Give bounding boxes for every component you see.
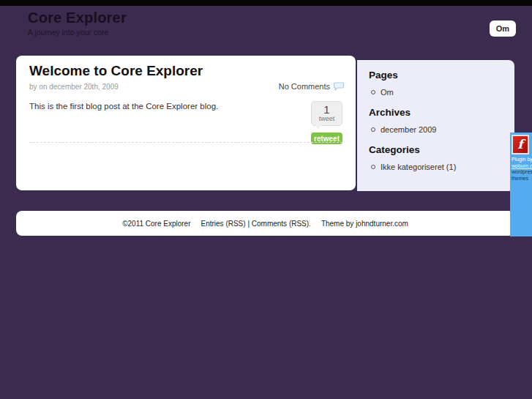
no-comments-link[interactable]: No Comments xyxy=(279,82,344,91)
tweet-count-box: 1 tweet xyxy=(311,101,342,126)
themes-link[interactable]: themes xyxy=(512,176,532,182)
footer-copyright: ©2011 Core Explorer xyxy=(122,220,190,228)
page-root: { "header": { "site_title": "Core Explor… xyxy=(0,0,532,399)
sidebar-heading-archives: Archives xyxy=(369,107,503,118)
tweet-count-label: tweet xyxy=(312,115,342,122)
site-tagline: A journey into your core xyxy=(28,28,108,37)
comment-bubble-icon xyxy=(334,82,344,91)
footer-separator: | xyxy=(246,220,252,228)
wpburn-link[interactable]: wpburn.com xyxy=(512,163,532,170)
top-black-bar xyxy=(0,0,532,6)
sidebar-item-december-2009[interactable]: december 2009 xyxy=(369,124,503,135)
tweet-count: 1 xyxy=(312,104,342,115)
sidebar-heading-pages: Pages xyxy=(369,70,503,81)
sidebar-item-uncategorized[interactable]: Ikke kategoriseret (1) xyxy=(369,162,503,172)
footer-comments-rss-link[interactable]: Comments (RSS). xyxy=(252,220,311,228)
wordpress-link[interactable]: wordpress xyxy=(512,169,532,176)
footer-theme-credit: Theme by xyxy=(321,220,356,228)
tweet-widget: 1 tweet retweet xyxy=(311,101,342,144)
nav-om-button[interactable]: Om xyxy=(490,20,516,37)
site-title[interactable]: Core Explorer xyxy=(28,10,127,26)
post-byline: by on december 20th, 2009 xyxy=(29,83,119,91)
sidebar-item-om[interactable]: Om xyxy=(369,87,503,97)
plugin-credit-text: Plugin by wpburn.com wordpress themes xyxy=(512,157,532,182)
sidebar-list-pages: Om xyxy=(369,87,503,97)
post-title[interactable]: Welcome to Core Explorer xyxy=(29,63,203,79)
wpburn-plugin-widget: f Plugin by wpburn.com wordpress themes xyxy=(510,133,532,236)
sidebar-list-archives: december 2009 xyxy=(369,124,503,135)
footer-entries-rss-link[interactable]: Entries (RSS) xyxy=(201,220,245,228)
plugin-by-label: Plugin by xyxy=(512,157,532,163)
post-body-text: This is the first blog post at the Core … xyxy=(29,101,271,112)
footer-theme-link[interactable]: johndturner.com xyxy=(356,220,408,228)
sidebar-heading-categories: Categories xyxy=(369,144,503,155)
flash-plugin-icon[interactable]: f xyxy=(512,135,529,154)
sidebar-list-categories: Ikke kategoriseret (1) xyxy=(369,162,503,172)
post-card: Welcome to Core Explorer by on december … xyxy=(16,56,356,190)
post-divider xyxy=(29,142,342,143)
footer-bar: ©2011 Core Explorer Entries (RSS) | Comm… xyxy=(16,211,514,236)
sidebar: Pages Om Archives december 2009 Categori… xyxy=(357,60,514,191)
no-comments-label: No Comments xyxy=(279,82,330,91)
